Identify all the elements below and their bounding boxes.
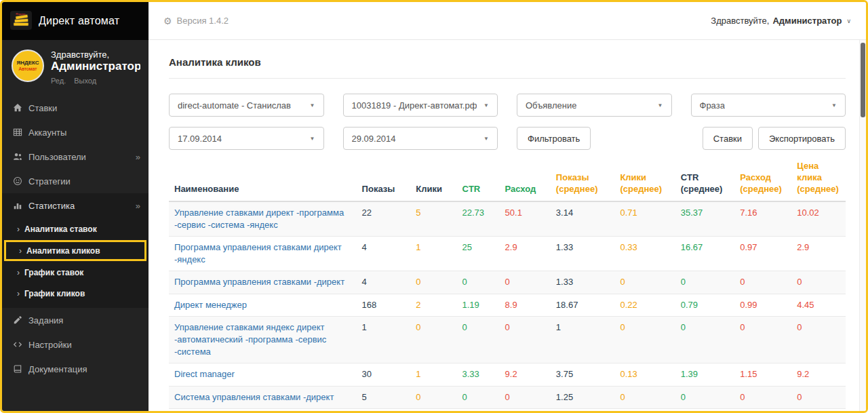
metric-cell: 1 xyxy=(410,408,456,411)
metric-cell: 0 xyxy=(614,386,675,408)
sidebar-item-zadaniya[interactable]: Задания xyxy=(2,308,149,332)
column-header[interactable]: Показы xyxy=(357,155,411,201)
metric-cell: 0 xyxy=(614,271,675,294)
column-header[interactable]: Показы (среднее) xyxy=(551,155,615,201)
filter-button[interactable]: Фильтровать xyxy=(517,127,591,150)
column-header[interactable]: Цена клика (среднее) xyxy=(791,155,846,201)
metric-cell: 4.45 xyxy=(791,294,846,316)
metric-cell: 1 xyxy=(410,363,456,386)
brand[interactable]: Яндекс Директ автомат xyxy=(2,2,149,40)
sidebar-item-polzovateli[interactable]: Пользователи» xyxy=(2,144,149,169)
sidebar-subitem-grafik-klikov[interactable]: ›График кликов xyxy=(2,283,149,304)
sidebar-greeting: Здравствуйте, xyxy=(51,50,140,60)
table-row: Программа управления ставками директ -ян… xyxy=(169,237,846,271)
date-from-select[interactable]: 17.09.2014 ▼ xyxy=(169,127,324,150)
metric-cell: 4 xyxy=(357,237,411,271)
sidebar-item-strategii[interactable]: Стратегии xyxy=(2,169,149,193)
metric-cell: 0.22 xyxy=(614,294,675,316)
metric-cell: 1.33 xyxy=(551,271,615,294)
metric-cell: 5 xyxy=(357,386,411,408)
main-content: Аналитика кликов direct-automate - Стани… xyxy=(149,40,866,411)
table-row: Управление ставками яндекс директ -автом… xyxy=(169,316,846,363)
column-header[interactable]: Клики xyxy=(410,155,456,201)
divider xyxy=(169,78,846,79)
metric-cell: 10.02 xyxy=(791,201,846,237)
table-row: Direct manager3013.339.23.750.131.391.15… xyxy=(169,363,846,386)
layout: ЯНДЕКС Автомат Здравствуйте, Администрат… xyxy=(2,40,866,411)
caret-icon: ▼ xyxy=(304,136,315,142)
sidebar: ЯНДЕКС Автомат Здравствуйте, Администрат… xyxy=(2,40,149,411)
sidebar-item-nastroyki[interactable]: Настройки xyxy=(2,332,149,357)
sidebar-item-label: Документация xyxy=(28,364,87,374)
metric-cell: 0.13 xyxy=(614,363,675,386)
version-label: ⚙ Версия 1.4.2 xyxy=(163,16,229,26)
sidebar-item-dokumentaciya[interactable]: Документация xyxy=(2,357,149,381)
metric-cell: 0 xyxy=(791,316,846,363)
user-menu[interactable]: Здравствуйте, Администратор ∨ xyxy=(711,16,851,26)
metric-cell: 2 xyxy=(410,294,456,316)
greeting-prefix: Здравствуйте, xyxy=(711,16,769,26)
sidebar-item-label: Аккаунты xyxy=(28,127,66,138)
table-row: Управление ставками -директ -программа -… xyxy=(169,408,846,411)
caret-icon: ▼ xyxy=(652,102,663,109)
sidebar-subitem-analitika-stavok[interactable]: ›Аналитика ставок xyxy=(2,218,149,239)
account-select[interactable]: direct-automate - Станислав ▼ xyxy=(169,94,324,117)
phrase-link[interactable]: Управление ставками яндекс директ -автом… xyxy=(169,316,357,363)
logout-link[interactable]: Выход xyxy=(74,77,96,85)
column-header[interactable]: Расход (среднее) xyxy=(734,155,791,201)
metric-cell: 0 xyxy=(457,316,500,363)
column-header[interactable]: CTR xyxy=(457,155,500,201)
sidebar-item-label: Стратегии xyxy=(28,176,71,186)
sidebar-item-label: Настройки xyxy=(28,340,72,350)
date-to-select[interactable]: 29.09.2014 ▼ xyxy=(343,127,498,150)
metric-cell: 35.37 xyxy=(675,201,735,237)
sidebar-item-label: Статистика xyxy=(28,201,75,211)
metric-cell: 22 xyxy=(357,201,411,237)
sidebar-item-label: Ставки xyxy=(28,103,57,113)
phrase-link[interactable]: Директ менеджер xyxy=(169,294,357,316)
column-header[interactable]: Клики (среднее) xyxy=(614,155,675,201)
sidebar-subitem-analitika-klikov[interactable]: ›Аналитика кликов xyxy=(4,240,146,261)
chevron-double-icon: » xyxy=(136,152,140,162)
edit-profile-link[interactable]: Ред. xyxy=(51,77,66,85)
metric-cell: 30 xyxy=(357,363,411,386)
column-header[interactable]: Наименование xyxy=(169,155,357,201)
brand-title: Директ автомат xyxy=(39,15,119,27)
metric-cell: 0.66 xyxy=(457,408,500,411)
phrase-link[interactable]: Программа управления ставками -директ xyxy=(169,271,357,294)
phrase-link[interactable]: Управление ставками директ -программа -с… xyxy=(169,201,357,237)
caret-icon: ▼ xyxy=(478,136,489,142)
ad-select[interactable]: Объявление ▼ xyxy=(517,94,672,117)
phrase-link[interactable]: Система управления ставками -директ xyxy=(169,386,357,408)
campaign-select[interactable]: 10031819 - Директ-автомат.рф ▼ xyxy=(343,94,498,117)
metric-cell: 0 xyxy=(410,271,456,294)
sidebar-item-stavki[interactable]: Ставки xyxy=(2,96,149,120)
sidebar-item-akkaunty[interactable]: Аккаунты xyxy=(2,120,149,144)
metric-cell: 0 xyxy=(500,386,551,408)
edit-icon xyxy=(13,315,28,325)
phrase-link[interactable]: Direct manager xyxy=(169,363,357,386)
home-icon xyxy=(13,103,28,113)
metric-cell: 16.67 xyxy=(675,237,735,271)
table-body: Управление ставками директ -программа -с… xyxy=(169,201,846,411)
export-button[interactable]: Экспортировать xyxy=(758,127,846,150)
app-window: Яндекс Директ автомат ⚙ Версия 1.4.2 Здр… xyxy=(0,0,868,413)
metric-cell: 0 xyxy=(734,271,791,294)
column-header[interactable]: Расход xyxy=(500,155,551,201)
phrase-link[interactable]: Управление ставками -директ -программа -… xyxy=(169,408,357,411)
rates-button[interactable]: Ставки xyxy=(703,127,753,150)
scrollbar-thumb[interactable] xyxy=(861,43,865,117)
phrase-link[interactable]: Программа управления ставками директ -ян… xyxy=(169,237,357,271)
scrollbar[interactable] xyxy=(859,40,866,411)
sidebar-item-statistika[interactable]: Статистика» xyxy=(2,193,149,218)
column-header[interactable]: CTR (среднее) xyxy=(675,155,735,201)
metric-cell: 16.78 xyxy=(551,408,615,411)
sidebar-item-label: Задания xyxy=(28,315,63,326)
actions-group: Ставки Экспортировать xyxy=(703,127,846,150)
sidebar-subitem-grafik-stavok[interactable]: ›График ставок xyxy=(2,262,149,283)
brand-logo-icon: Яндекс xyxy=(10,11,32,32)
metric-cell: 1 xyxy=(551,316,615,363)
phrase-select[interactable]: Фраза ▼ xyxy=(691,94,846,117)
metric-cell: 0 xyxy=(675,386,735,408)
metric-cell: 2.9 xyxy=(791,237,846,271)
